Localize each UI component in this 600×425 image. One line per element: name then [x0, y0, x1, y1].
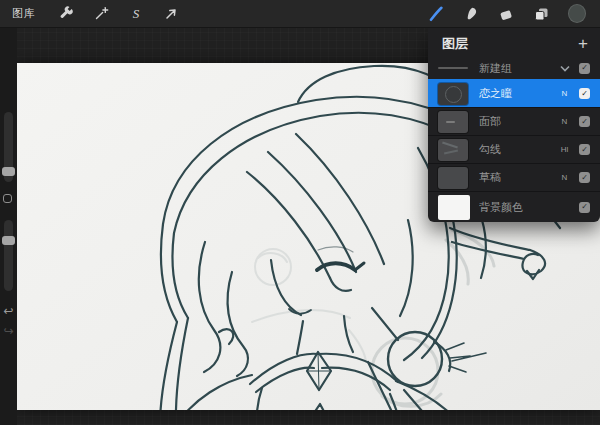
blend-mode-badge[interactable]: N [559, 89, 570, 98]
layer-name: 草稿 [479, 170, 555, 185]
layer-name: 背景颜色 [479, 200, 579, 215]
layers-panel: 图层 + 新建组 ✓ 恋之瞳 N ✓ [428, 28, 600, 222]
visibility-checkbox[interactable]: ✓ [579, 63, 590, 74]
check-icon: ✓ [581, 118, 588, 126]
smudge-icon[interactable] [461, 4, 481, 24]
visibility-checkbox[interactable]: ✓ [579, 88, 590, 99]
eraser-icon[interactable] [496, 4, 516, 24]
brush-size-handle[interactable] [2, 167, 15, 176]
layers-panel-title: 图层 [442, 35, 468, 53]
actions-wrench-icon[interactable] [56, 4, 76, 24]
transform-arrow-icon[interactable] [161, 4, 181, 24]
blend-mode-badge[interactable]: Hl [559, 145, 570, 154]
layer-row-selected[interactable]: 恋之瞳 N ✓ [428, 79, 600, 107]
layer-thumbnail[interactable] [438, 111, 468, 133]
procreate-workspace: 图库 S [0, 0, 600, 425]
visibility-checkbox[interactable]: ✓ [579, 144, 590, 155]
visibility-checkbox[interactable]: ✓ [579, 116, 590, 127]
check-icon: ✓ [581, 146, 588, 154]
current-color-dot [568, 4, 586, 23]
layer-name: 恋之瞳 [479, 86, 555, 101]
check-icon: ✓ [581, 174, 588, 182]
blend-mode-badge[interactable]: N [559, 117, 570, 126]
paint-brush-icon[interactable] [426, 4, 446, 24]
layer-name: 勾线 [479, 142, 555, 157]
layers-icon[interactable] [531, 4, 551, 24]
gallery-button[interactable]: 图库 [12, 6, 41, 21]
visibility-checkbox[interactable]: ✓ [579, 172, 590, 183]
toolbar-right [426, 3, 588, 25]
layer-row[interactable]: 面部 N ✓ [428, 107, 600, 135]
opacity-handle[interactable] [2, 236, 15, 245]
check-icon: ✓ [581, 90, 588, 98]
layer-name: 面部 [479, 114, 555, 129]
layer-thumbnail[interactable] [438, 139, 468, 161]
selection-s-glyph: S [133, 7, 140, 20]
group-name: 新建组 [479, 61, 556, 76]
check-icon: ✓ [581, 64, 588, 72]
layer-group-row[interactable]: 新建组 ✓ [428, 57, 600, 79]
toolbar-left: 图库 S [12, 4, 181, 24]
layer-thumbnail[interactable] [438, 83, 468, 105]
selection-icon[interactable]: S [126, 4, 146, 24]
color-swatch[interactable] [566, 3, 588, 25]
redo-icon[interactable]: ↪ [0, 325, 17, 337]
layer-thumbnail[interactable] [438, 167, 468, 189]
check-icon: ✓ [581, 203, 588, 211]
group-thumbnail [438, 67, 468, 69]
opacity-slider[interactable] [4, 220, 13, 291]
modify-button[interactable] [3, 194, 12, 203]
visibility-checkbox[interactable]: ✓ [579, 202, 590, 213]
adjustments-wand-icon[interactable] [91, 4, 111, 24]
blend-mode-badge[interactable]: N [559, 173, 570, 182]
brush-size-slider[interactable] [4, 112, 13, 182]
layer-row[interactable]: 勾线 Hl ✓ [428, 135, 600, 163]
add-layer-button[interactable]: + [578, 35, 588, 52]
layers-panel-header: 图层 + [428, 28, 600, 57]
layer-row[interactable]: 草稿 N ✓ [428, 163, 600, 191]
chevron-down-icon[interactable] [560, 65, 570, 72]
undo-icon[interactable]: ↩ [0, 305, 17, 317]
background-color-thumbnail[interactable] [438, 195, 470, 220]
background-color-row[interactable]: 背景颜色 ✓ [428, 191, 600, 222]
top-toolbar: 图库 S [0, 0, 600, 28]
left-sidebar: ↩ ↪ [0, 28, 17, 425]
